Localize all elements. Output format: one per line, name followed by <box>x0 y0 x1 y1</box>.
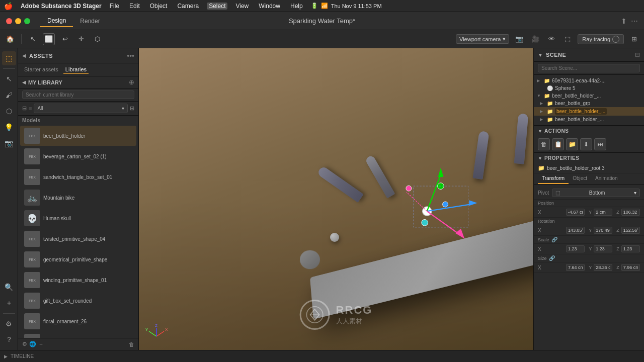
select-tool[interactable]: ⬜ <box>43 33 55 45</box>
scale-z-input[interactable] <box>621 245 640 252</box>
size-y-input[interactable] <box>594 264 612 271</box>
grid-view-btn[interactable]: ⊞ <box>130 105 134 112</box>
position-y-input[interactable] <box>594 209 612 216</box>
sidebar-camera-btn[interactable]: 📷 <box>2 136 16 150</box>
properties-section-header[interactable]: ▼ PROPERTIES <box>534 153 644 163</box>
maximize-button[interactable] <box>24 18 30 24</box>
rotation-y-input[interactable] <box>594 227 612 234</box>
rotation-x-input[interactable] <box>566 227 585 234</box>
library-select[interactable]: All ▾ <box>34 104 128 113</box>
sidebar-add-btn[interactable]: ＋ <box>2 296 16 310</box>
prop-tab-object[interactable]: Object <box>569 173 591 184</box>
scene-search-input[interactable] <box>538 64 640 72</box>
filter-icon[interactable]: ⊟ <box>22 105 27 112</box>
cursor-tool[interactable]: ↖ <box>27 33 39 45</box>
model-item-9[interactable]: FBX floral_ornament_26 <box>20 311 136 331</box>
scene-filter-icon[interactable]: ⊟ <box>635 51 640 58</box>
sidebar-material-btn[interactable]: ⬡ <box>2 104 16 118</box>
timeline-bar[interactable]: ▶ TIMELINE <box>0 350 644 362</box>
rotation-z-input[interactable] <box>621 227 640 234</box>
assets-del-btn[interactable]: 🗑 <box>129 341 134 347</box>
model-item-6[interactable]: FBX geometrical_primitive_shape <box>20 249 136 269</box>
search-input[interactable] <box>22 90 134 99</box>
tab-starter-assets[interactable]: Starter assets <box>22 65 60 74</box>
tab-render[interactable]: Render <box>73 16 107 27</box>
position-x-input[interactable] <box>566 209 585 216</box>
action-skip-btn[interactable]: ⏭ <box>594 138 606 150</box>
assets-more-icon[interactable]: ••• <box>127 52 134 60</box>
my-library-add[interactable]: ⊕ <box>129 78 134 86</box>
sidebar-help-btn[interactable]: ？ <box>2 333 16 347</box>
menu-window[interactable]: Window <box>257 3 282 10</box>
model-item-5[interactable]: FBX twisted_primitive_shape_04 <box>20 229 136 249</box>
minimize-button[interactable] <box>15 18 21 24</box>
camera-btn4[interactable]: ⬚ <box>561 33 574 45</box>
scale-y-input[interactable] <box>594 245 612 252</box>
transform-tool[interactable]: ✛ <box>75 33 87 45</box>
my-library-expand[interactable]: ◀ <box>22 79 26 85</box>
menu-camera[interactable]: Camera <box>175 3 201 10</box>
action-download-btn[interactable]: ⬇ <box>580 138 592 150</box>
action-delete-btn[interactable]: 🗑 <box>538 138 550 150</box>
ray-tracing-button[interactable]: Ray tracing <box>578 34 624 44</box>
model-item-7[interactable]: FBX winding_primitive_shape_01 <box>20 270 136 290</box>
scale-link-icon[interactable]: 🔗 <box>551 237 557 242</box>
assets-collapse-icon[interactable]: ◀ <box>22 53 26 58</box>
sidebar-select-btn[interactable]: ↖ <box>2 72 16 86</box>
grid-icon[interactable]: ⊞ <box>628 33 640 45</box>
scale-x-input[interactable] <box>566 245 585 252</box>
tab-design[interactable]: Design <box>40 15 73 27</box>
size-x-input[interactable] <box>566 264 585 271</box>
tree-item-2[interactable]: ▼ 📁 beer_bottle_holder_... <box>534 92 644 100</box>
tree-item-5[interactable]: ▶ 📁 beer_bottle_holder_... <box>534 116 644 123</box>
menu-select[interactable]: Select <box>207 3 227 10</box>
menu-view[interactable]: View <box>233 3 251 10</box>
actions-section-header[interactable]: ▼ ACTIONS <box>534 126 644 136</box>
model-item-1[interactable]: FBX beverage_carton_set_02 (1) <box>20 146 136 166</box>
sidebar-light-btn[interactable]: 💡 <box>2 120 16 134</box>
model-item-10[interactable]: FBX backpack_outdoor <box>20 332 136 338</box>
camera-btn3[interactable]: 👁 <box>545 33 557 45</box>
action-folder-btn[interactable]: 📁 <box>566 138 578 150</box>
sort-icon[interactable]: ≡ <box>29 106 32 112</box>
menu-object[interactable]: Object <box>148 3 170 10</box>
size-link-icon[interactable]: 🔗 <box>549 255 555 261</box>
camera-btn1[interactable]: 📷 <box>513 33 525 45</box>
scene-collapse-icon[interactable]: ▼ <box>538 52 543 58</box>
model-item-4[interactable]: 💀 Human skull <box>20 208 136 228</box>
assets-bottom-icon1[interactable]: ⚙ <box>22 341 27 347</box>
tree-item-0[interactable]: ▶ 📁 60e79311-ecaa-44a2-... <box>534 77 644 84</box>
sidebar-settings-btn[interactable]: ⚙ <box>2 317 16 331</box>
home-button[interactable]: 🏠 <box>4 33 16 45</box>
more-icon[interactable]: ⋯ <box>631 17 638 25</box>
assets-bottom-icon2[interactable]: 🌐 <box>29 341 36 347</box>
sidebar-brush-btn[interactable]: 🖌 <box>2 88 16 102</box>
rotate-tool[interactable]: ↩ <box>59 33 71 45</box>
tree-item-1[interactable]: ⚪ Sphere 5 <box>534 84 644 92</box>
close-button[interactable] <box>6 18 12 24</box>
menu-edit[interactable]: Edit <box>127 3 142 10</box>
model-item-3[interactable]: 🚲 Mountain bike <box>20 188 136 208</box>
model-item-8[interactable]: FBX gift_box_set_rounded <box>20 291 136 311</box>
tab-libraries[interactable]: Libraries <box>63 65 89 74</box>
viewport-select[interactable]: Viewport camera ▾ <box>456 34 509 44</box>
size-z-input[interactable] <box>621 264 640 271</box>
menu-file[interactable]: File <box>108 3 121 10</box>
position-z-input[interactable] <box>621 209 640 216</box>
camera-btn2[interactable]: 🎥 <box>529 33 541 45</box>
action-copy-btn[interactable]: 📋 <box>552 138 564 150</box>
assets-add-btn[interactable]: ＋ <box>38 340 44 348</box>
menu-help[interactable]: Help <box>288 3 305 10</box>
upload-icon[interactable]: ⬆ <box>621 17 627 25</box>
viewport[interactable]: RRCG 人人素材 X Y Z <box>139 48 533 350</box>
model-item-0[interactable]: FBX beer_bottle_holder <box>20 126 136 146</box>
sidebar-search-btn[interactable]: 🔍 <box>2 280 16 294</box>
prop-tab-animation[interactable]: Animation <box>591 173 621 184</box>
scale-tool[interactable]: ⬡ <box>91 33 103 45</box>
tree-item-3[interactable]: ▶ 📁 beer_bottle_grp <box>534 100 644 107</box>
prop-tab-transform[interactable]: Transform <box>538 173 569 184</box>
pivot-select[interactable]: ⬚ Bottom ▾ <box>552 189 640 197</box>
model-item-2[interactable]: FBX sandwich_triangle_box_set_01 <box>20 167 136 187</box>
tree-item-4[interactable]: ▶ 📁 beer_bottle_holder_... <box>534 107 644 116</box>
sidebar-assets-btn[interactable]: ⬚ <box>2 51 16 65</box>
